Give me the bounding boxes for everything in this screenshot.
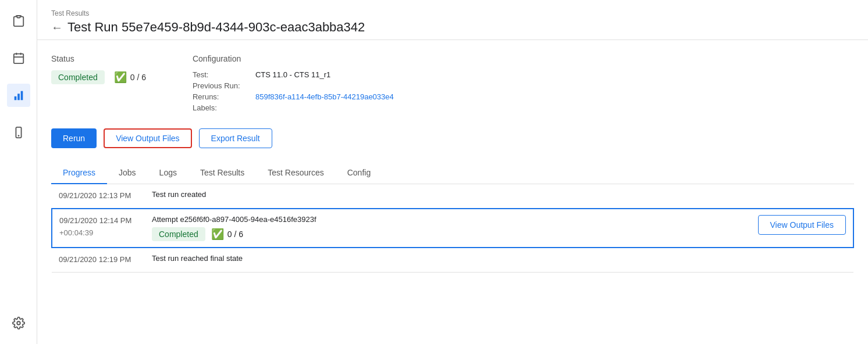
test-label: Test: <box>193 70 251 79</box>
svg-rect-1 <box>13 54 23 64</box>
info-row: Status Completed ✅ 0 / 6 Configuration T… <box>51 54 854 112</box>
labels-label: Labels: <box>193 103 251 112</box>
row-action[interactable]: View Output Files <box>595 209 853 248</box>
previous-run-label: Previous Run: <box>193 81 251 90</box>
config-section: Configuration Test: CTS 11.0 - CTS 11_r1… <box>193 54 394 112</box>
attempt-title: Attempt e256f6f0-a897-4005-94ea-e4516fe3… <box>152 215 588 224</box>
back-button[interactable]: ← <box>51 21 63 33</box>
attempt-score: 0 / 6 <box>227 230 243 239</box>
previous-run-value <box>255 81 394 90</box>
row-time: 09/21/2020 12:14 PM+00:04:39 <box>52 209 145 248</box>
progress-table: 09/21/2020 12:13 PM Test run created 09/… <box>51 184 854 273</box>
main-content: Test Results ← Test Run 55e7e459-8b9d-43… <box>37 0 868 344</box>
attempt-status-badge: Completed <box>152 227 205 241</box>
tab-test-resources[interactable]: Test Resources <box>256 162 335 184</box>
check-icon: ✅ <box>114 71 127 84</box>
status-row: Completed ✅ 0 / 6 <box>51 70 146 84</box>
row-desc: Test run created <box>145 184 595 209</box>
sidebar-item-calendar[interactable] <box>7 46 30 70</box>
row-desc-attempt: Attempt e256f6f0-a897-4005-94ea-e4516fe3… <box>145 209 595 248</box>
table-row-highlighted: 09/21/2020 12:14 PM+00:04:39 Attempt e25… <box>52 209 853 248</box>
status-section: Status Completed ✅ 0 / 6 <box>51 54 146 112</box>
test-value: CTS 11.0 - CTS 11_r1 <box>255 70 394 79</box>
svg-rect-6 <box>17 94 20 100</box>
row-action <box>595 184 853 209</box>
tab-config[interactable]: Config <box>336 162 382 184</box>
sidebar-item-clipboard[interactable] <box>7 9 30 33</box>
action-buttons: Rerun View Output Files Export Result <box>51 128 854 148</box>
export-result-button[interactable]: Export Result <box>199 128 272 148</box>
svg-rect-7 <box>20 91 23 101</box>
score-row: ✅ 0 / 6 <box>114 71 146 84</box>
sidebar-item-settings[interactable] <box>7 311 30 335</box>
tab-logs[interactable]: Logs <box>148 162 188 184</box>
attempt-check-icon: ✅ <box>211 228 224 241</box>
row-time: 09/21/2020 12:13 PM <box>52 184 145 209</box>
row-action <box>595 248 853 272</box>
table-row: 09/21/2020 12:19 PM Test run reached fin… <box>52 248 853 272</box>
labels-value <box>255 103 394 112</box>
attempt-badges: Completed ✅ 0 / 6 <box>152 227 588 241</box>
score-value: 0 / 6 <box>130 73 146 82</box>
reruns-link[interactable]: 859f836f-a114-4efb-85b7-44219ae033e4 <box>255 92 394 101</box>
tab-test-results[interactable]: Test Results <box>188 162 256 184</box>
breadcrumb: Test Results <box>51 9 854 17</box>
page-title: Test Run 55e7e459-8b9d-4344-903c-eaac3ab… <box>67 20 365 35</box>
sidebar-item-phone[interactable] <box>7 121 30 144</box>
row-time: 09/21/2020 12:19 PM <box>52 248 145 272</box>
sidebar-item-chart[interactable] <box>7 84 30 107</box>
content-area: Status Completed ✅ 0 / 6 Configuration T… <box>37 40 868 344</box>
table-row: 09/21/2020 12:13 PM Test run created <box>52 184 853 209</box>
tabs: Progress Jobs Logs Test Results Test Res… <box>51 162 854 184</box>
tab-jobs[interactable]: Jobs <box>107 162 148 184</box>
config-table: Test: CTS 11.0 - CTS 11_r1 Previous Run:… <box>193 70 394 112</box>
rerun-button[interactable]: Rerun <box>51 128 97 148</box>
svg-point-10 <box>17 321 20 325</box>
sidebar <box>0 0 37 344</box>
row-desc: Test run reached final state <box>145 248 595 272</box>
attempt-score-row: ✅ 0 / 6 <box>211 228 243 241</box>
view-output-files-button[interactable]: View Output Files <box>104 128 191 148</box>
svg-rect-5 <box>14 96 16 100</box>
status-heading: Status <box>51 54 146 63</box>
tab-progress[interactable]: Progress <box>51 162 107 184</box>
header: Test Results ← Test Run 55e7e459-8b9d-43… <box>37 0 868 40</box>
reruns-label: Reruns: <box>193 92 251 101</box>
attempt-view-output-button[interactable]: View Output Files <box>758 215 846 235</box>
status-badge: Completed <box>51 70 105 84</box>
config-heading: Configuration <box>193 54 394 63</box>
